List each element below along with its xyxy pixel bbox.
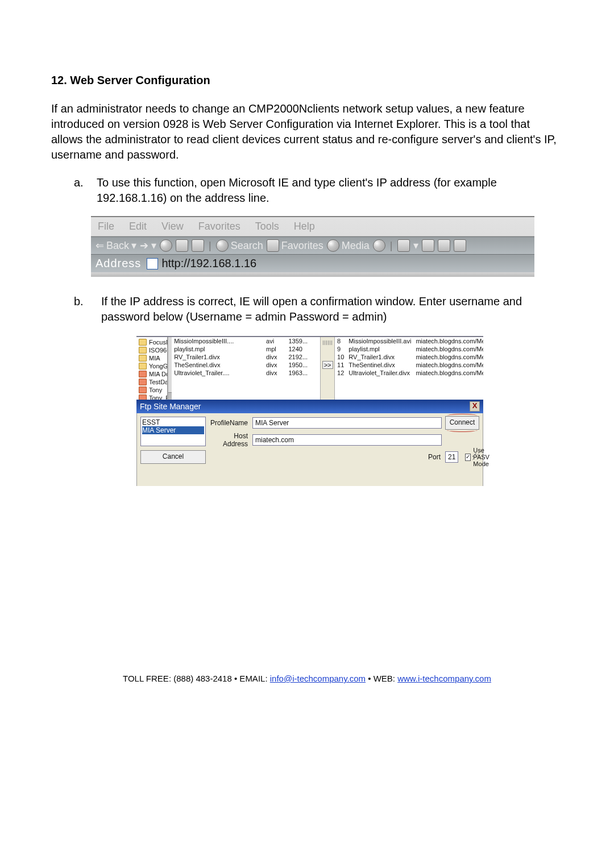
ie-screenshot: File Edit View Favorites Tools Help ⇐ Ba…: [91, 216, 534, 277]
discuss-icon[interactable]: [454, 239, 466, 252]
step-a-text: To use this function, open Microsoft IE …: [97, 175, 563, 206]
list-item: 11TheSentinel.divxmiatech.blogdns.com/Me…: [335, 361, 483, 369]
menu-view[interactable]: View: [161, 221, 184, 232]
list-item: TheSentinel.divxdivx1950...: [172, 361, 320, 369]
page-icon: [147, 258, 158, 269]
folder-tree[interactable]: FocusMedia ISO9660 MIA YongGe.FEG MIA Do…: [136, 337, 168, 400]
tree-item: Tony: [139, 386, 167, 394]
close-button[interactable]: X: [470, 401, 480, 412]
toolbar-separator: |: [208, 240, 213, 252]
menu-edit[interactable]: Edit: [129, 221, 147, 232]
profile-name-label: ProfileName: [209, 419, 249, 427]
transfer-column: >>: [320, 337, 335, 400]
profile-listbox[interactable]: ESST MIA Server: [140, 417, 206, 446]
transfer-button[interactable]: >>: [322, 361, 333, 369]
tree-item: FocusMedia: [139, 338, 167, 346]
dialog-title: Ftp Site Manager: [140, 402, 201, 411]
print-icon[interactable]: [422, 239, 434, 252]
search-button[interactable]: Search: [216, 239, 263, 252]
tree-item: YongGe.FEG: [139, 362, 167, 370]
mail-icon[interactable]: [397, 239, 410, 252]
grip-icon: [323, 340, 332, 345]
site-manager-form: ESST MIA Server ProfileName MIA Server C…: [136, 413, 483, 486]
port-input[interactable]: 21: [445, 451, 458, 463]
stop-icon[interactable]: [160, 239, 172, 252]
tree-item: MIA Documents: [139, 370, 167, 378]
pasv-checkbox[interactable]: ✓: [465, 454, 471, 461]
profile-option: MIA Server: [142, 426, 204, 434]
menu-favorites[interactable]: Favorites: [198, 221, 240, 232]
dialog-title-bar: Ftp Site Manager X: [136, 400, 483, 413]
step-a-marker: a.: [74, 175, 97, 206]
ftp-screenshot: FocusMedia ISO9660 MIA YongGe.FEG MIA Do…: [136, 336, 483, 486]
profile-option: ESST: [142, 418, 204, 426]
local-file-list[interactable]: MissioImpossibleIII....avi1359... playli…: [172, 337, 320, 400]
host-address-label: Host Address: [209, 432, 249, 448]
intro-paragraph: If an administrator needs to change an C…: [51, 101, 563, 163]
favorites-button[interactable]: Favorites: [267, 239, 323, 252]
footer-web-link[interactable]: www.i-techcompany.com: [397, 674, 491, 683]
back-button[interactable]: ⇐ Back ▾: [96, 239, 136, 252]
home-icon[interactable]: [192, 239, 204, 252]
toolbar-separator: |: [389, 240, 394, 252]
menu-file[interactable]: File: [98, 221, 114, 232]
host-address-input[interactable]: miatech.com: [252, 434, 442, 446]
list-item: playlist.mplmpl1240: [172, 345, 320, 353]
history-icon[interactable]: [373, 239, 385, 252]
address-label: Address: [96, 257, 141, 270]
tree-item: MIA: [139, 354, 167, 362]
footer-email-link[interactable]: info@i-techcompany.com: [270, 674, 366, 683]
edit-icon[interactable]: [438, 239, 450, 252]
step-b-marker: b.: [74, 294, 97, 325]
cancel-button[interactable]: Cancel: [140, 450, 206, 464]
section-title: 12. Web Server Configuration: [51, 74, 563, 87]
resize-grip-icon[interactable]: [472, 453, 479, 460]
step-b: b. If the IP address is correct, IE will…: [74, 294, 563, 325]
list-item: 10RV_Trailer1.divxmiatech.blogdns.com/Me…: [335, 353, 483, 361]
tree-item: Tony_Playlist: [139, 394, 167, 400]
tree-item: TestData: [139, 378, 167, 386]
list-item: 12Ultraviolet_Trailer.divxmiatech.blogdn…: [335, 369, 483, 377]
tree-scrollbar[interactable]: [168, 337, 172, 400]
menu-tools[interactable]: Tools: [255, 221, 279, 232]
connect-button[interactable]: Connect: [445, 416, 479, 430]
step-b-text: If the IP address is correct, IE will op…: [97, 294, 563, 325]
refresh-icon[interactable]: [176, 239, 188, 252]
list-item: Ultraviolet_Trailer....divx1963...: [172, 369, 320, 377]
list-item: RV_Trailer1.divxdivx2192...: [172, 353, 320, 361]
address-input[interactable]: http://192.168.1.16: [161, 257, 256, 270]
port-label: Port: [252, 453, 442, 461]
menu-help[interactable]: Help: [294, 221, 315, 232]
ie-toolbar: ⇐ Back ▾ ➔ ▾ | Search Favorites Media | …: [91, 236, 534, 255]
list-item: 9playlist.mplmiatech.blogdns.com/Media.C…: [335, 345, 483, 353]
remote-file-list[interactable]: 8MissioImpossibleIII.avimiatech.blogdns.…: [335, 337, 483, 400]
page-footer: TOLL FREE: (888) 483-2418 • EMAIL: info@…: [51, 674, 563, 683]
tree-item: ISO9660: [139, 346, 167, 354]
ie-menu-bar: File Edit View Favorites Tools Help: [91, 217, 534, 236]
media-button[interactable]: Media: [327, 239, 370, 252]
list-item: 8MissioImpossibleIII.avimiatech.blogdns.…: [335, 337, 483, 345]
list-item: MissioImpossibleIII....avi1359...: [172, 337, 320, 345]
ie-address-bar: Address http://192.168.1.16: [91, 255, 534, 272]
profile-name-input[interactable]: MIA Server: [252, 417, 442, 429]
forward-button[interactable]: ➔ ▾: [140, 239, 156, 252]
step-a: a. To use this function, open Microsoft …: [74, 175, 563, 206]
